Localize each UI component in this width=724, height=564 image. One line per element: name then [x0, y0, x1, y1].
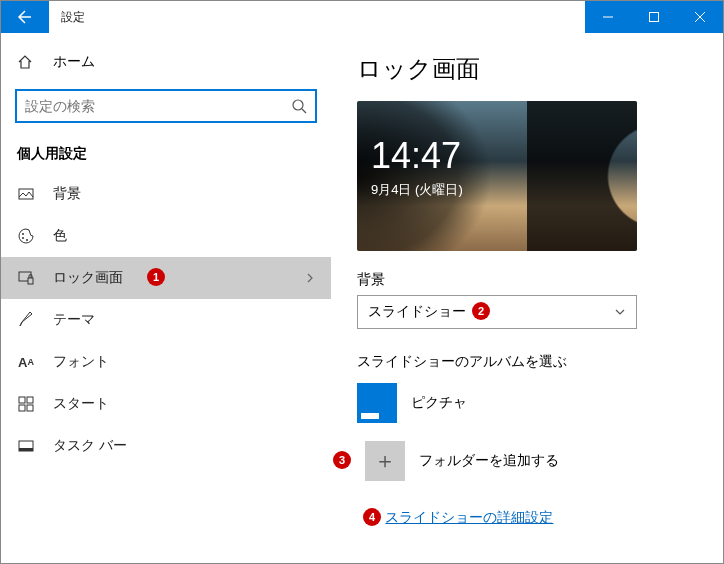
svg-point-1	[293, 100, 303, 110]
annotation-badge-1: 1	[147, 268, 165, 286]
svg-rect-7	[28, 278, 33, 284]
plus-icon: ＋	[365, 441, 405, 481]
sidebar-home-label: ホーム	[53, 53, 95, 71]
window-title: 設定	[49, 1, 97, 33]
svg-rect-9	[27, 397, 33, 403]
sidebar-item-start[interactable]: スタート	[1, 383, 331, 425]
home-icon	[17, 54, 35, 70]
start-icon	[17, 396, 35, 412]
album-item-label: ピクチャ	[411, 394, 467, 412]
background-dropdown[interactable]: スライドショー 2	[357, 295, 637, 329]
chevron-down-icon	[614, 306, 626, 318]
maximize-button[interactable]	[631, 1, 677, 33]
advanced-settings-link[interactable]: スライドショーの詳細設定	[385, 509, 553, 527]
taskbar-icon	[17, 438, 35, 454]
svg-rect-0	[650, 13, 659, 22]
sidebar-item-lockscreen[interactable]: ロック画面 1	[1, 257, 331, 299]
sidebar-item-fonts[interactable]: AA フォント	[1, 341, 331, 383]
brush-icon	[17, 312, 35, 328]
pictures-folder-icon	[357, 383, 397, 423]
sidebar-home[interactable]: ホーム	[1, 43, 331, 81]
preview-date: 9月4日 (火曜日)	[371, 181, 623, 199]
sidebar-item-label: フォント	[53, 353, 109, 371]
background-label: 背景	[357, 271, 697, 289]
sidebar: ホーム 個人用設定 背景 色 ロック画面 1 テーマ AA	[1, 33, 331, 563]
svg-point-3	[22, 233, 24, 235]
svg-point-5	[26, 239, 28, 241]
sidebar-item-label: ロック画面	[53, 269, 123, 287]
svg-point-4	[22, 237, 24, 239]
titlebar: 設定	[1, 1, 723, 33]
sidebar-item-label: スタート	[53, 395, 109, 413]
picture-icon	[17, 186, 35, 202]
sidebar-item-label: テーマ	[53, 311, 95, 329]
minimize-button[interactable]	[585, 1, 631, 33]
svg-rect-11	[27, 405, 33, 411]
search-box	[15, 89, 317, 123]
add-folder-label: フォルダーを追加する	[419, 452, 559, 470]
advanced-settings-row: 4 スライドショーの詳細設定	[357, 499, 697, 527]
arrow-left-icon	[17, 9, 33, 25]
annotation-badge-4: 4	[363, 508, 381, 526]
svg-rect-10	[19, 405, 25, 411]
search-input[interactable]	[15, 89, 317, 123]
minimize-icon	[603, 12, 613, 22]
sidebar-item-label: 色	[53, 227, 67, 245]
sidebar-item-themes[interactable]: テーマ	[1, 299, 331, 341]
sidebar-section-title: 個人用設定	[1, 131, 331, 173]
chevron-right-icon	[305, 273, 315, 283]
maximize-icon	[649, 12, 659, 22]
content-pane: ロック画面 14:47 9月4日 (火曜日) 背景 スライドショー 2 スライド…	[331, 33, 723, 563]
sidebar-item-label: 背景	[53, 185, 81, 203]
album-section-label: スライドショーのアルバムを選ぶ	[357, 353, 697, 371]
add-folder-button[interactable]: 3 ＋ フォルダーを追加する	[357, 441, 697, 481]
caption-buttons	[585, 1, 723, 33]
lockscreen-icon	[17, 270, 35, 286]
search-icon	[291, 98, 307, 114]
sidebar-item-label: タスク バー	[53, 437, 127, 455]
font-icon: AA	[17, 355, 35, 370]
svg-rect-8	[19, 397, 25, 403]
dropdown-value: スライドショー	[368, 303, 466, 321]
back-button[interactable]	[1, 1, 49, 33]
annotation-badge-2: 2	[472, 302, 490, 320]
page-title: ロック画面	[357, 53, 697, 85]
preview-time: 14:47	[371, 135, 623, 177]
lockscreen-preview[interactable]: 14:47 9月4日 (火曜日)	[357, 101, 637, 251]
close-icon	[695, 12, 705, 22]
sidebar-item-colors[interactable]: 色	[1, 215, 331, 257]
palette-icon	[17, 228, 35, 244]
close-button[interactable]	[677, 1, 723, 33]
sidebar-item-taskbar[interactable]: タスク バー	[1, 425, 331, 467]
svg-rect-13	[19, 448, 33, 451]
annotation-badge-3: 3	[333, 451, 351, 469]
album-item-pictures[interactable]: ピクチャ	[357, 383, 697, 423]
sidebar-item-background[interactable]: 背景	[1, 173, 331, 215]
